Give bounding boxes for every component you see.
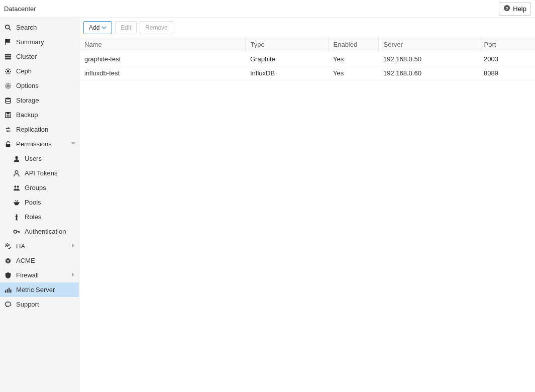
add-label: Add — [89, 24, 99, 31]
cell-port: 2003 — [479, 52, 535, 66]
column-header-enabled[interactable]: Enabled — [328, 37, 378, 52]
firewall-icon — [4, 271, 12, 279]
sidebar-item-storage[interactable]: Storage — [0, 93, 79, 108]
sidebar-item-label: Ceph — [16, 67, 32, 75]
users-icon — [13, 155, 21, 163]
svg-point-8 — [7, 70, 9, 72]
remove-button[interactable]: Remove — [140, 21, 173, 34]
help-icon: ? — [503, 5, 510, 13]
svg-point-11 — [5, 70, 6, 71]
sidebar-item-api-tokens[interactable]: API Tokens — [0, 166, 79, 180]
cell-name: influxdb-test — [79, 66, 245, 80]
storage-icon — [4, 96, 12, 105]
help-label: Help — [513, 5, 526, 13]
svg-point-29 — [14, 230, 17, 233]
sidebar-item-label: Firewall — [16, 271, 39, 279]
chevron-right-icon — [70, 271, 76, 279]
edit-label: Edit — [121, 24, 131, 31]
sidebar-item-cluster[interactable]: Cluster — [0, 49, 79, 64]
svg-point-9 — [8, 68, 9, 69]
table-row[interactable]: influxdb-testInfluxDBYes192.168.0.608089 — [79, 66, 535, 80]
ceph-icon — [4, 67, 12, 75]
svg-rect-32 — [5, 290, 6, 292]
svg-point-12 — [10, 70, 11, 71]
sidebar-item-roles[interactable]: Roles — [0, 210, 79, 224]
svg-point-27 — [16, 214, 18, 216]
svg-text:?: ? — [505, 6, 508, 11]
sidebar-item-support[interactable]: Support — [0, 297, 79, 312]
sidebar-item-options[interactable]: Options — [0, 78, 79, 93]
sidebar-item-authentication[interactable]: Authentication — [0, 224, 79, 239]
ha-icon — [4, 242, 12, 250]
cell-server: 192.168.0.60 — [378, 66, 479, 80]
sidebar-item-label: Options — [16, 82, 39, 89]
sidebar-item-permissions[interactable]: Permissions — [0, 137, 79, 151]
svg-rect-34 — [9, 287, 10, 292]
table-row[interactable]: graphite-testGraphiteYes192.168.0.502003 — [79, 52, 535, 66]
svg-rect-4 — [6, 39, 10, 42]
acme-icon — [4, 257, 12, 265]
permissions-icon — [4, 140, 12, 148]
sidebar-item-label: Metric Server — [16, 286, 55, 293]
api-tokens-icon — [13, 169, 21, 177]
svg-rect-35 — [10, 289, 11, 292]
sidebar-item-label: Summary — [16, 38, 44, 46]
chevron-down-icon — [101, 25, 106, 30]
support-icon — [4, 301, 12, 309]
sidebar-item-label: ACME — [16, 257, 35, 264]
sidebar-item-acme[interactable]: ACME — [0, 253, 79, 268]
help-button[interactable]: ? Help — [499, 2, 531, 16]
cluster-icon — [4, 53, 12, 61]
column-header-type[interactable]: Type — [245, 37, 328, 52]
cell-enabled: Yes — [328, 66, 378, 80]
column-header-server[interactable]: Server — [378, 37, 479, 52]
sidebar-item-label: API Tokens — [25, 169, 58, 177]
sidebar-item-label: Storage — [16, 96, 39, 104]
column-header-port[interactable]: Port — [479, 37, 535, 52]
metric-server-icon — [4, 286, 12, 294]
sidebar-item-backup[interactable]: Backup — [0, 108, 79, 122]
pools-icon — [13, 199, 21, 207]
svg-point-15 — [6, 72, 7, 73]
cell-enabled: Yes — [328, 52, 378, 66]
cell-port: 8089 — [479, 66, 535, 80]
svg-rect-7 — [5, 58, 11, 59]
sidebar-item-search[interactable]: Search — [0, 20, 79, 35]
svg-rect-22 — [6, 144, 11, 147]
svg-point-24 — [15, 170, 18, 173]
sidebar-item-label: Replication — [16, 126, 48, 133]
replication-icon — [4, 126, 12, 134]
svg-rect-5 — [5, 54, 11, 55]
metric-server-table: Name Type Enabled Server Port graphite-t… — [79, 37, 535, 80]
sidebar-item-ha[interactable]: HA — [0, 239, 79, 253]
table-header-row: Name Type Enabled Server Port — [79, 37, 535, 52]
column-header-name[interactable]: Name — [79, 37, 245, 52]
sidebar-item-label: Authentication — [25, 228, 66, 235]
summary-icon — [4, 38, 12, 46]
svg-rect-20 — [7, 112, 9, 114]
cell-type: Graphite — [245, 52, 328, 66]
authentication-icon — [13, 228, 21, 236]
sidebar-item-metric-server[interactable]: Metric Server — [0, 282, 79, 297]
options-icon — [4, 82, 12, 90]
sidebar-item-firewall[interactable]: Firewall — [0, 268, 79, 282]
edit-button[interactable]: Edit — [115, 21, 137, 34]
sidebar-item-groups[interactable]: Groups — [0, 180, 79, 195]
sidebar-item-pools[interactable]: Pools — [0, 195, 79, 210]
add-button[interactable]: Add — [83, 21, 112, 34]
svg-rect-6 — [5, 56, 11, 57]
svg-point-13 — [6, 69, 7, 70]
sidebar-item-replication[interactable]: Replication — [0, 122, 79, 137]
main-panel: Add Edit Remove Name Type Enabled Server — [79, 18, 535, 392]
svg-point-36 — [5, 302, 11, 306]
svg-point-23 — [15, 156, 18, 158]
sidebar-item-users[interactable]: Users — [0, 151, 79, 166]
sidebar-item-ceph[interactable]: Ceph — [0, 64, 79, 78]
sidebar-item-label: Roles — [25, 213, 41, 221]
cell-server: 192.168.0.50 — [378, 52, 479, 66]
sidebar-item-summary[interactable]: Summary — [0, 35, 79, 49]
sidebar-item-label: Users — [25, 155, 42, 162]
svg-line-3 — [9, 28, 11, 30]
page-title: Datacenter — [4, 5, 36, 13]
sidebar-item-label: Support — [16, 301, 39, 308]
